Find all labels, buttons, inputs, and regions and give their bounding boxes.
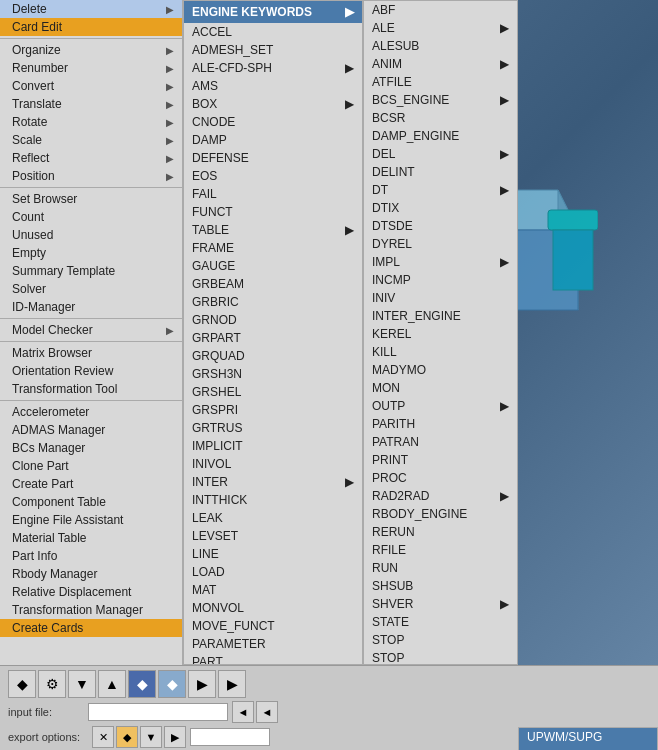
- input-file-field[interactable]: [88, 703, 228, 721]
- sidebar-item-position[interactable]: Position▶: [0, 167, 182, 185]
- sidebar-item-relative-displacement[interactable]: Relative Displacement: [0, 583, 182, 601]
- right-item-kill[interactable]: KILL: [364, 343, 517, 361]
- engine-item-move_funct[interactable]: MOVE_FUNCT: [184, 617, 362, 635]
- sidebar-item-material-table[interactable]: Material Table: [0, 529, 182, 547]
- right-item-dtix[interactable]: DTIX: [364, 199, 517, 217]
- sidebar-item-create-cards[interactable]: Create Cards: [0, 619, 182, 637]
- toolbar-btn-3[interactable]: ▼: [68, 670, 96, 698]
- engine-item-eos[interactable]: EOS: [184, 167, 362, 185]
- right-item-rad2rad[interactable]: RAD2RAD▶: [364, 487, 517, 505]
- engine-item-intthick[interactable]: INTTHICK: [184, 491, 362, 509]
- engine-item-frame[interactable]: FRAME: [184, 239, 362, 257]
- right-item-atfile[interactable]: ATFILE: [364, 73, 517, 91]
- engine-item-fail[interactable]: FAIL: [184, 185, 362, 203]
- right-item-shver[interactable]: SHVER▶: [364, 595, 517, 613]
- engine-item-line[interactable]: LINE: [184, 545, 362, 563]
- sidebar-item-unused[interactable]: Unused: [0, 226, 182, 244]
- right-item-rfile[interactable]: RFILE: [364, 541, 517, 559]
- export-input[interactable]: [190, 728, 270, 746]
- sidebar-item-empty[interactable]: Empty: [0, 244, 182, 262]
- right-item-iniv[interactable]: INIV: [364, 289, 517, 307]
- engine-item-grpart[interactable]: GRPART: [184, 329, 362, 347]
- sidebar-item-admas-manager[interactable]: ADMAS Manager: [0, 421, 182, 439]
- sidebar-item-translate[interactable]: Translate▶: [0, 95, 182, 113]
- sidebar-item-transformation-manager[interactable]: Transformation Manager: [0, 601, 182, 619]
- sidebar-item-card-edit[interactable]: Card Edit: [0, 18, 182, 36]
- engine-item-implicit[interactable]: IMPLICIT: [184, 437, 362, 455]
- right-item-patran[interactable]: PATRAN: [364, 433, 517, 451]
- right-item-abf[interactable]: ABF: [364, 1, 517, 19]
- engine-item-damp[interactable]: DAMP: [184, 131, 362, 149]
- sidebar-item-accelerometer[interactable]: Accelerometer: [0, 403, 182, 421]
- export-icon-3[interactable]: ▼: [140, 726, 162, 748]
- engine-item-grspri[interactable]: GRSPRI: [184, 401, 362, 419]
- engine-item-box[interactable]: BOX▶: [184, 95, 362, 113]
- right-item-delint[interactable]: DELINT: [364, 163, 517, 181]
- sidebar-item-summary-template[interactable]: Summary Template: [0, 262, 182, 280]
- toolbar-btn-4[interactable]: ▲: [98, 670, 126, 698]
- sidebar-item-matrix-browser[interactable]: Matrix Browser: [0, 344, 182, 362]
- right-item-kerel[interactable]: KEREL: [364, 325, 517, 343]
- engine-item-ams[interactable]: AMS: [184, 77, 362, 95]
- engine-item-parameter[interactable]: PARAMETER: [184, 635, 362, 653]
- right-item-ale[interactable]: ALE▶: [364, 19, 517, 37]
- export-icon-1[interactable]: ✕: [92, 726, 114, 748]
- sidebar-item-organize[interactable]: Organize▶: [0, 41, 182, 59]
- upwm-item-upwmtg[interactable]: UPWM/TG: [519, 746, 657, 750]
- engine-item-leak[interactable]: LEAK: [184, 509, 362, 527]
- nav-prev-btn[interactable]: ◄: [232, 701, 254, 723]
- toolbar-btn-7[interactable]: ▶: [188, 670, 216, 698]
- sidebar-item-component-table[interactable]: Component Table: [0, 493, 182, 511]
- right-item-outp[interactable]: OUTP▶: [364, 397, 517, 415]
- toolbar-btn-5[interactable]: ◆: [128, 670, 156, 698]
- toolbar-btn-1[interactable]: ◆: [8, 670, 36, 698]
- right-item-del[interactable]: DEL▶: [364, 145, 517, 163]
- right-item-dyrel[interactable]: DYREL: [364, 235, 517, 253]
- sidebar-item-convert[interactable]: Convert▶: [0, 77, 182, 95]
- engine-item-ale-cfd-sph[interactable]: ALE-CFD-SPH▶: [184, 59, 362, 77]
- right-item-run[interactable]: RUN: [364, 559, 517, 577]
- engine-item-grshel[interactable]: GRSHEL: [184, 383, 362, 401]
- engine-item-defense[interactable]: DEFENSE: [184, 149, 362, 167]
- sidebar-item-set-browser[interactable]: Set Browser: [0, 190, 182, 208]
- engine-item-grtrus[interactable]: GRTRUS: [184, 419, 362, 437]
- sidebar-item-count[interactable]: Count: [0, 208, 182, 226]
- right-item-incmp[interactable]: INCMP: [364, 271, 517, 289]
- right-item-rerun[interactable]: RERUN: [364, 523, 517, 541]
- engine-item-accel[interactable]: ACCEL: [184, 23, 362, 41]
- right-item-stop[interactable]: STOP: [364, 631, 517, 649]
- engine-item-load[interactable]: LOAD: [184, 563, 362, 581]
- right-item-parith[interactable]: PARITH: [364, 415, 517, 433]
- sidebar-item-orientation-review[interactable]: Orientation Review: [0, 362, 182, 380]
- right-item-inter-engine[interactable]: INTER_ENGINE: [364, 307, 517, 325]
- sidebar-item-engine-file-assistant[interactable]: Engine File Assistant: [0, 511, 182, 529]
- sidebar-item-bcs-manager[interactable]: BCs Manager: [0, 439, 182, 457]
- nav-prev2-btn[interactable]: ◄: [256, 701, 278, 723]
- right-item-proc[interactable]: PROC: [364, 469, 517, 487]
- engine-item-table[interactable]: TABLE▶: [184, 221, 362, 239]
- right-item-damp-engine[interactable]: DAMP_ENGINE: [364, 127, 517, 145]
- right-item-shsub[interactable]: SHSUB: [364, 577, 517, 595]
- sidebar-item-solver[interactable]: Solver: [0, 280, 182, 298]
- right-item-rbody-engine[interactable]: RBODY_ENGINE: [364, 505, 517, 523]
- sidebar-item-renumber[interactable]: Renumber▶: [0, 59, 182, 77]
- sidebar-item-rbody-manager[interactable]: Rbody Manager: [0, 565, 182, 583]
- engine-item-grnod[interactable]: GRNOD: [184, 311, 362, 329]
- sidebar-item-rotate[interactable]: Rotate▶: [0, 113, 182, 131]
- export-icon-4[interactable]: ▶: [164, 726, 186, 748]
- engine-item-mat[interactable]: MAT: [184, 581, 362, 599]
- right-item-stop[interactable]: STOP: [364, 649, 517, 665]
- right-item-madymo[interactable]: MADYMO: [364, 361, 517, 379]
- right-item-dtsde[interactable]: DTSDE: [364, 217, 517, 235]
- right-item-state[interactable]: STATE: [364, 613, 517, 631]
- right-item-mon[interactable]: MON: [364, 379, 517, 397]
- right-item-anim[interactable]: ANIM▶: [364, 55, 517, 73]
- engine-item-cnode[interactable]: CNODE: [184, 113, 362, 131]
- engine-item-funct[interactable]: FUNCT: [184, 203, 362, 221]
- engine-item-gauge[interactable]: GAUGE: [184, 257, 362, 275]
- right-item-dt[interactable]: DT▶: [364, 181, 517, 199]
- sidebar-item-scale[interactable]: Scale▶: [0, 131, 182, 149]
- upwm-item-upwmsupg[interactable]: UPWM/SUPG: [519, 728, 657, 746]
- sidebar-item-create-part[interactable]: Create Part: [0, 475, 182, 493]
- right-item-impl[interactable]: IMPL▶: [364, 253, 517, 271]
